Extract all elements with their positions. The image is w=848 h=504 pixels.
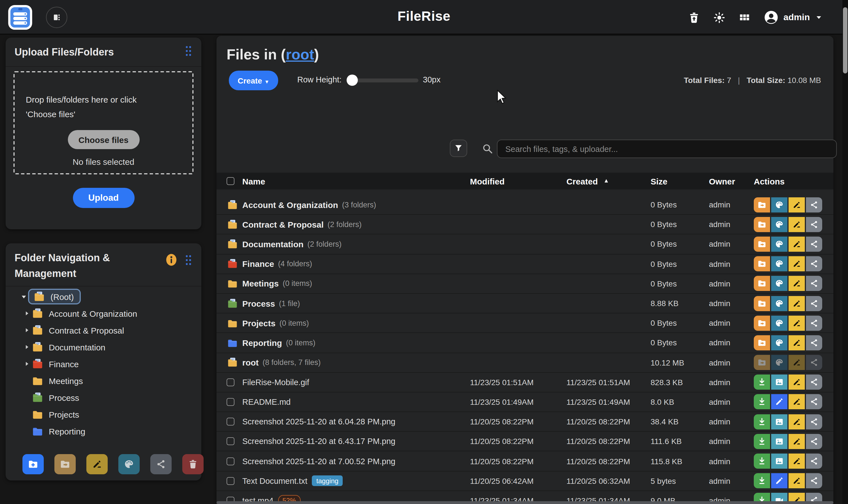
row-checkbox[interactable] <box>227 418 234 426</box>
tree-item-reporting[interactable]: Reporting <box>6 423 201 439</box>
row-checkbox[interactable] <box>227 378 234 386</box>
create-button[interactable]: Create▼ <box>229 71 278 90</box>
share-action-button[interactable] <box>806 276 822 291</box>
palette-action-button[interactable] <box>771 276 788 291</box>
page-scrollbar-thumb[interactable] <box>843 7 847 73</box>
caret-right-icon[interactable] <box>22 310 31 317</box>
slider-thumb[interactable] <box>347 75 358 86</box>
share-action-button[interactable] <box>806 316 822 330</box>
rename-action-button[interactable] <box>789 335 805 350</box>
folder-name[interactable]: root <box>242 358 259 367</box>
share-action-button[interactable] <box>806 453 822 469</box>
folder-row-root[interactable]: root(8 folders, 7 files)10.12 MBadmin <box>216 353 833 373</box>
folder-name[interactable]: Documentation <box>242 239 303 249</box>
folder-row-reporting[interactable]: Reporting(0 items)0 Bytesadmin <box>216 333 833 353</box>
breadcrumb-root-link[interactable]: root <box>286 46 314 63</box>
horizontal-scrollbar[interactable] <box>216 501 833 504</box>
share-action-button[interactable] <box>806 434 822 449</box>
folder-move-action-button[interactable] <box>754 276 770 291</box>
folder-row-meetings[interactable]: Meetings(0 items)0 Bytesadmin <box>216 274 833 294</box>
tag-badge[interactable]: tagging <box>312 475 343 486</box>
tree-item-projects[interactable]: Projects <box>6 406 201 423</box>
share-action-button[interactable] <box>806 197 822 212</box>
info-icon[interactable] <box>165 253 178 267</box>
apps-grid-icon[interactable] <box>738 11 751 24</box>
folder-move-action-button[interactable] <box>754 197 770 212</box>
image-action-button[interactable] <box>771 414 788 429</box>
file-name[interactable]: FileRise-Mobile.gif <box>242 378 309 387</box>
tree-item-root[interactable]: (Root) <box>6 288 201 305</box>
selected-folder-chip[interactable]: (Root) <box>28 289 81 304</box>
share-action-button[interactable] <box>806 414 822 429</box>
tree-item-documentation[interactable]: Documentation <box>6 339 201 356</box>
tree-item-finance[interactable]: Finance <box>6 356 201 372</box>
rename-action-button[interactable] <box>789 434 805 449</box>
edit-action-button[interactable] <box>771 473 788 488</box>
share-action-button[interactable] <box>806 237 822 252</box>
column-header-size[interactable]: Size <box>651 176 709 186</box>
file-row-screenshot-2025-11-20-at-6-04-28-pm-png[interactable]: Screenshot 2025-11-20 at 6.04.28 PM.png1… <box>216 412 833 432</box>
download-action-button[interactable] <box>754 414 770 429</box>
folder-move-action-button[interactable] <box>754 316 770 330</box>
drag-handle-icon[interactable] <box>183 254 194 266</box>
tree-item-meetings[interactable]: Meetings <box>6 372 201 389</box>
folder-move-action-button[interactable] <box>754 296 770 311</box>
row-checkbox[interactable] <box>227 457 234 465</box>
folder-move-action-button[interactable] <box>754 335 770 350</box>
user-menu[interactable]: admin <box>763 10 823 25</box>
drag-handle-icon[interactable] <box>183 45 194 57</box>
row-checkbox[interactable] <box>227 398 234 406</box>
rename-action-button[interactable] <box>789 237 805 252</box>
column-header-owner[interactable]: Owner <box>709 176 754 186</box>
caret-right-icon[interactable] <box>22 360 31 367</box>
rename-action-button[interactable] <box>789 414 805 429</box>
share-action-button[interactable] <box>806 394 822 410</box>
caret-right-icon[interactable] <box>22 327 31 334</box>
folder-color-button[interactable] <box>118 454 140 474</box>
folder-move-action-button[interactable] <box>754 237 770 252</box>
caret-right-icon[interactable] <box>22 344 31 350</box>
move-folder-button[interactable] <box>54 454 76 474</box>
rename-action-button[interactable] <box>789 217 805 232</box>
share-action-button[interactable] <box>806 335 822 350</box>
folder-name[interactable]: Process <box>242 299 275 308</box>
folder-move-action-button[interactable] <box>754 256 770 271</box>
folder-name[interactable]: Projects <box>242 318 276 328</box>
folder-name[interactable]: Finance <box>242 259 274 269</box>
palette-action-button[interactable] <box>771 256 788 271</box>
share-action-button[interactable] <box>806 256 822 271</box>
rename-folder-button[interactable] <box>86 454 108 474</box>
file-name[interactable]: Screenshot 2025-11-20 at 6.04.28 PM.png <box>242 417 395 426</box>
caret-down-icon[interactable] <box>19 293 28 300</box>
file-name[interactable]: Screenshot 2025-11-20 at 7.00.52 PM.png <box>242 457 395 466</box>
file-row-readme-md[interactable]: README.md11/23/25 01:49AM11/23/25 01:49A… <box>216 393 833 412</box>
download-action-button[interactable] <box>754 473 770 488</box>
download-action-button[interactable] <box>754 394 770 410</box>
download-action-button[interactable] <box>754 453 770 469</box>
share-action-button[interactable] <box>806 473 822 488</box>
rename-action-button[interactable] <box>789 197 805 212</box>
folder-move-action-button[interactable] <box>754 217 770 232</box>
file-row-filerise-mobile-gif[interactable]: FileRise-Mobile.gif11/23/25 01:51AM11/23… <box>216 373 833 392</box>
folder-row-projects[interactable]: Projects(0 items)0 Bytesadmin <box>216 313 833 333</box>
file-name[interactable]: README.md <box>242 397 290 407</box>
share-folder-button[interactable] <box>150 454 172 474</box>
rename-action-button[interactable] <box>789 256 805 271</box>
folder-row-account-organization[interactable]: Account & Organization(3 folders)0 Bytes… <box>216 195 833 215</box>
share-action-button[interactable] <box>806 217 822 232</box>
delete-folder-button[interactable] <box>182 454 204 474</box>
rename-action-button[interactable] <box>789 316 805 330</box>
file-row-text-document-txt[interactable]: Text Document.txttagging11/20/25 06:42AM… <box>216 471 833 491</box>
rename-action-button[interactable] <box>789 453 805 469</box>
upload-button[interactable]: Upload <box>73 188 134 208</box>
rename-action-button[interactable] <box>789 375 805 390</box>
image-action-button[interactable] <box>771 453 788 469</box>
file-dropzone[interactable]: Drop files/folders here or click 'Choose… <box>14 71 194 174</box>
download-action-button[interactable] <box>754 375 770 390</box>
file-name[interactable]: Screenshot 2025-11-20 at 6.43.17 PM.png <box>242 437 395 446</box>
select-all-checkbox[interactable] <box>227 177 234 185</box>
palette-action-button[interactable] <box>771 237 788 252</box>
edit-action-button[interactable] <box>771 394 788 410</box>
create-folder-button[interactable] <box>22 454 44 474</box>
rename-action-button[interactable] <box>789 473 805 488</box>
